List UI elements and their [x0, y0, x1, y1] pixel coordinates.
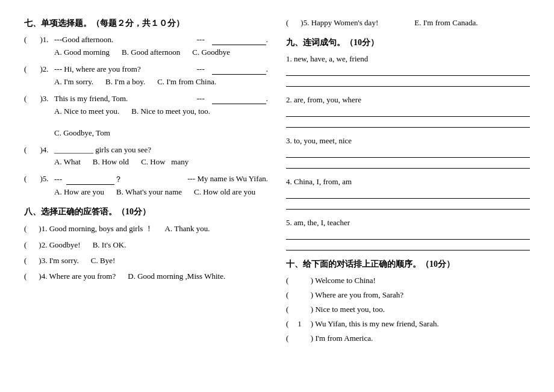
q2-line: ( )2. --- Hi, where are you from? --- .: [24, 64, 268, 75]
match-3: ( )3. I'm sorry. C. Bye!: [24, 256, 268, 266]
question-block-4: ( )4. __________ girls can you see? A. W…: [24, 145, 268, 167]
q4-optA: A. What: [54, 157, 81, 167]
q4-text: __________ girls can you see?: [54, 145, 268, 155]
section8-title: 八、选择正确的应答语。（10分）: [24, 207, 268, 217]
wa5-line2: [286, 241, 530, 250]
q2-optC: C. I'm from China.: [157, 77, 216, 87]
wa1-line2: [286, 77, 530, 87]
wa3-line2: [286, 159, 530, 169]
q3-line: ( )3. This is my friend, Tom. --- .: [24, 94, 268, 104]
section7-title: 七、单项选择题。（每题２分，共１０分）: [24, 18, 268, 29]
q2-optA: A. I'm sorry.: [54, 77, 93, 87]
match-1: ( )1. Good morning, boys and girls ！ A. …: [24, 223, 268, 234]
question-block-2: ( )2. --- Hi, where are you from? --- . …: [24, 64, 268, 87]
match5-line: ( )5. Happy Women's day! E. I'm from Can…: [286, 18, 530, 28]
wa5-lines: [286, 230, 530, 250]
match5-num: )5. Happy Women's day!: [300, 18, 378, 28]
q3-optB: B. Nice to meet you, too.: [131, 107, 210, 116]
order4-text: ) Wu Yifan, this is my new friend, Sarah…: [311, 319, 439, 328]
match-2: ( )2. Goodbye! B. It's OK.: [24, 240, 268, 250]
match2-blank: [26, 240, 39, 250]
order3-text: ) Nice to meet you, too.: [311, 305, 385, 314]
q5-answer-text: --- My name is Wu Yifan.: [187, 174, 268, 184]
q1-optA: A. Good morning: [54, 48, 110, 57]
order5-paren: (: [286, 334, 288, 343]
wa4-line1: [286, 189, 530, 199]
q3-paren: (: [24, 94, 36, 104]
match3-blank: [26, 256, 39, 266]
word-arrange-2: 2. are, from, you, where: [286, 95, 530, 128]
wa2-line1: [286, 107, 530, 117]
order4-num: 1: [291, 319, 309, 329]
wa2-words: 2. are, from, you, where: [286, 95, 530, 105]
wa1-lines: [286, 66, 530, 87]
match2-num: )2. Goodbye!: [39, 240, 80, 250]
q5-optA: A. How are you: [54, 187, 104, 197]
match1-line: ( )1. Good morning, boys and girls ！ A. …: [24, 223, 268, 234]
order-3: ( ) Nice to meet you, too.: [286, 305, 530, 314]
order2-blank: [291, 290, 309, 300]
word-arrange-5: 5. am, the, I, teacher: [286, 218, 530, 250]
order5-text: ) I'm from America.: [311, 334, 373, 343]
q5-text: --- ？: [54, 174, 180, 185]
wa1-line1: [286, 66, 530, 76]
order-4: ( 1 ) Wu Yifan, this is my new friend, S…: [286, 319, 530, 329]
q5-paren: (: [24, 174, 36, 184]
q1-dash: ---: [197, 35, 205, 45]
q5-options: A. How are you B. What's your name C. Ho…: [54, 187, 268, 197]
order-1: ( ) Welcome to China!: [286, 276, 530, 285]
question-block-1: ( )1. ---Good afternoon. --- . A. Good m…: [24, 35, 268, 57]
q3-answer: [212, 94, 266, 104]
q2-options: A. I'm sorry. B. I'm a boy. C. I'm from …: [54, 77, 268, 87]
q1-optC: C. Goodbye: [192, 48, 230, 57]
order3-blank: [291, 305, 309, 314]
q4-optC: C. How many: [141, 157, 188, 167]
q3-text: This is my friend, Tom.: [54, 94, 192, 104]
q2-paren: (: [24, 64, 36, 74]
match-4: ( )4. Where are you from? D. Good mornin…: [24, 272, 268, 281]
q1-period: .: [266, 35, 268, 45]
q4-line: ( )4. __________ girls can you see?: [24, 145, 268, 155]
match-5: ( )5. Happy Women's day! E. I'm from Can…: [286, 18, 530, 28]
left-column: 七、单项选择题。（每题２分，共１０分） ( )1. ---Good aftern…: [24, 18, 268, 348]
wa3-line1: [286, 148, 530, 158]
match1-answer: A. Thank you.: [165, 224, 210, 234]
wa2-lines: [286, 107, 530, 128]
word-arrange-1: 1. new, have, a, we, friend: [286, 54, 530, 87]
wa3-lines: [286, 148, 530, 169]
match4-answer: D. Good morning ,Miss White.: [128, 272, 225, 281]
order4-paren: (: [286, 319, 288, 328]
q3-options: A. Nice to meet you. B. Nice to meet you…: [54, 107, 268, 138]
wa4-words: 4. China, I, from, am: [286, 177, 530, 187]
order1-paren: (: [286, 276, 288, 285]
order2-text: ) Where are you from, Sarah?: [311, 290, 403, 299]
q4-options: A. What B. How old C. How many: [54, 157, 268, 167]
q5-optC: C. How old are you: [194, 187, 255, 197]
wa5-words: 5. am, the, I, teacher: [286, 218, 530, 228]
q2-dash: ---: [197, 64, 205, 74]
question-block-3: ( )3. This is my friend, Tom. --- . A. N…: [24, 94, 268, 138]
q1-text: ---Good afternoon.: [54, 35, 192, 45]
match3-line: ( )3. I'm sorry. C. Bye!: [24, 256, 268, 266]
match2-line: ( )2. Goodbye! B. It's OK.: [24, 240, 268, 250]
q4-num: )4.: [36, 145, 54, 155]
q2-num: )2.: [36, 64, 54, 74]
q2-text: --- Hi, where are you from?: [54, 64, 192, 74]
q2-answer: [212, 64, 266, 75]
section9-title: 九、连词成句。（10分）: [286, 37, 530, 48]
match2-answer: B. It's OK.: [93, 240, 126, 250]
q3-period: .: [266, 94, 268, 104]
wa5-line1: [286, 230, 530, 240]
wa2-line2: [286, 118, 530, 128]
question-block-5: ( )5. --- ？ --- My name is Wu Yifan. A. …: [24, 174, 268, 197]
order5-blank: [291, 334, 309, 343]
match5-answer: E. I'm from Canada.: [414, 18, 478, 28]
q3-optA: A. Nice to meet you.: [54, 107, 119, 116]
q5-optB: B. What's your name: [116, 187, 182, 197]
q3-num: )3.: [36, 94, 54, 104]
q1-paren: (: [24, 35, 36, 45]
q1-num: )1.: [36, 35, 54, 45]
word-arrange-3: 3. to, you, meet, nice: [286, 136, 530, 169]
wa4-line2: [286, 200, 530, 210]
q4-paren: (: [24, 145, 36, 155]
